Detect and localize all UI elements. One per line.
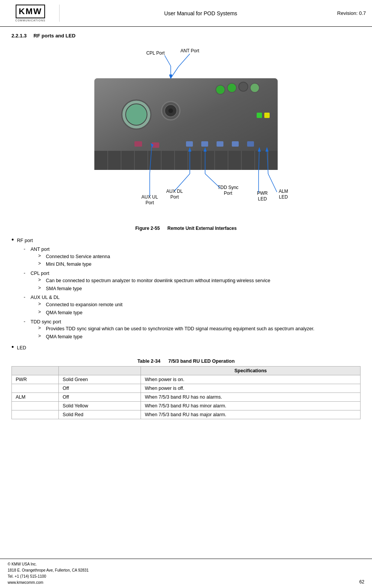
figure-title: Remote Unit External Interfaces <box>167 226 236 231</box>
row2-col1 <box>12 384 59 393</box>
ant-item-2: > Mini DIN, female type <box>38 261 110 268</box>
page-header: KMW COMMUNICATIONS User Manual for POD S… <box>0 0 372 27</box>
ant-port-label: ANT port <box>31 247 50 252</box>
diagram-spacer <box>52 44 320 223</box>
section-number: 2.2.1.3 <box>11 33 27 39</box>
table-header-row: Specifications <box>12 366 361 375</box>
footer-address: 1818 E. Orangethrope Ave, Fullerton, CA … <box>8 567 89 573</box>
logo-box: KMW <box>16 5 45 18</box>
section-heading: 2.2.1.3 RF ports and LED <box>11 33 361 39</box>
figure-caption: Figure 2-55 Remote Unit External Interfa… <box>11 226 361 231</box>
table-caption: Table 2-34 7/5/3 band RU LED Operation <box>11 359 361 364</box>
footer-tel: Tel. +1 (714) 515-1100 <box>8 573 89 580</box>
table-col1-header <box>12 366 59 375</box>
aux-item-2: > QMA female type <box>38 309 123 317</box>
row1-col3: When power is on. <box>141 375 361 384</box>
tdd-label: TDD sync port <box>31 319 61 325</box>
table-col3-header: Specifications <box>141 366 361 375</box>
aux-sub-list: > Connected to expansion remote unit > Q… <box>38 301 123 317</box>
row2-col3: When power is off. <box>141 384 361 393</box>
table-caption-text: Table 2-34 7/5/3 band RU LED Operation <box>137 359 235 364</box>
sub-item-cpl: - CPL port > Can be connected to spectru… <box>24 270 361 293</box>
table-row: PWR Solid Green When power is on. <box>12 375 361 384</box>
logo-area: KMW COMMUNICATIONS <box>6 5 60 22</box>
ant-item-1: > Connected to Service antenna <box>38 253 110 260</box>
bullet-rf-label: RF port <box>17 237 33 244</box>
header-revision: Revision: 0.7 <box>337 10 366 16</box>
cpl-item-1: > Can be connected to spectrum analyzer … <box>38 277 270 284</box>
bullet-led: • LED <box>11 344 361 352</box>
footer-page-number: 62 <box>359 578 364 586</box>
row5-col3: When 7/5/3 band RU has major alarm. <box>141 410 361 419</box>
row5-col2: Solid Red <box>59 410 141 419</box>
row3-col1: ALM <box>12 393 59 401</box>
bullet-dot: • <box>11 236 14 243</box>
table-row: Solid Yellow When 7/5/3 band RU has mino… <box>12 401 361 410</box>
led-table: Specifications PWR Solid Green When powe… <box>11 366 361 419</box>
page-footer: © KMW USA Inc. 1818 E. Orangethrope Ave,… <box>0 559 372 588</box>
ant-sub-list: > Connected to Service antenna > Mini DI… <box>38 253 110 268</box>
diagram-wrapper: CPL Port ANT Port AUX UL Port AUX DL Por… <box>52 44 320 223</box>
table-row: Off When power is off. <box>12 384 361 393</box>
table-row: ALM Off When 7/5/3 band RU has no alarms… <box>12 393 361 401</box>
row3-col2: Off <box>59 393 141 401</box>
sub-item-tdd: - TDD sync port > Provides TDD sync sign… <box>24 318 361 341</box>
page-content: 2.2.1.3 RF ports and LED <box>0 27 372 425</box>
cpl-port-label: CPL port <box>31 271 49 276</box>
row4-col1 <box>12 401 59 410</box>
tdd-item-1: > Provides TDD sync signal which can be … <box>38 325 314 333</box>
aux-label: AUX UL & DL <box>31 295 60 300</box>
row2-col2: Off <box>59 384 141 393</box>
bullet-led-label: LED <box>17 344 26 352</box>
row5-col1 <box>12 410 59 419</box>
bullet-rf-port: • RF port <box>11 237 361 244</box>
sub-item-ant: - ANT port > Connected to Service antenn… <box>24 246 361 269</box>
cpl-item-2: > SMA female type <box>38 285 270 292</box>
header-title: User Manual for POD Systems <box>64 10 337 16</box>
section-title: RF ports and LED <box>34 33 76 39</box>
row1-col2: Solid Green <box>59 375 141 384</box>
footer-website: www.kmwcomm.com <box>8 580 89 586</box>
footer-info: © KMW USA Inc. 1818 E. Orangethrope Ave,… <box>8 561 89 586</box>
bullet-section-rf: • RF port - ANT port > Connected to Serv… <box>11 237 361 341</box>
row3-col3: When 7/5/3 band RU has no alarms. <box>141 393 361 401</box>
table-body: PWR Solid Green When power is on. Off Wh… <box>12 375 361 419</box>
sub-list-rf: - ANT port > Connected to Service antenn… <box>24 246 361 341</box>
cpl-sub-list: > Can be connected to spectrum analyzer … <box>38 277 270 292</box>
footer-company: © KMW USA Inc. <box>8 561 89 567</box>
tdd-sub-list: > Provides TDD sync signal which can be … <box>38 325 314 341</box>
logo-kmw: KMW <box>19 6 42 16</box>
aux-item-1: > Connected to expansion remote unit <box>38 301 123 309</box>
row4-col2: Solid Yellow <box>59 401 141 410</box>
table-row: Solid Red When 7/5/3 band RU has major a… <box>12 410 361 419</box>
figure-number: Figure 2-55 <box>135 226 160 231</box>
table-col2-header <box>59 366 141 375</box>
sub-item-aux: - AUX UL & DL > Connected to expansion r… <box>24 294 361 317</box>
row4-col3: When 7/5/3 band RU has minor alarm. <box>141 401 361 410</box>
tdd-item-2: > QMA female type <box>38 333 314 341</box>
bullet-led-dot: • <box>11 344 14 351</box>
logo-sub: COMMUNICATIONS <box>15 19 45 22</box>
row1-col1: PWR <box>12 375 59 384</box>
